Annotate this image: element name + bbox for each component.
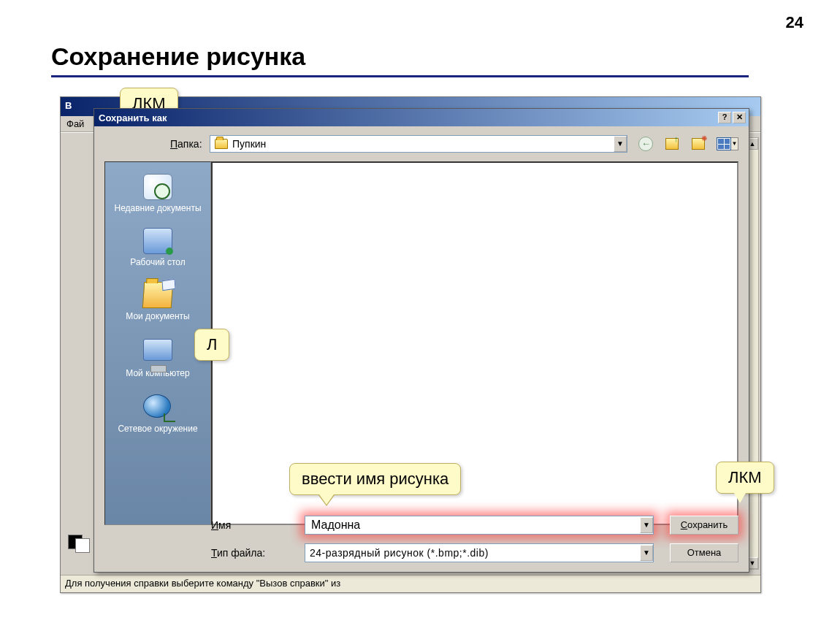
save-as-dialog: Сохранить как ? ✕ Папка: Пупкин ▼ ▼ xyxy=(93,108,749,573)
save-btn-u: С xyxy=(681,519,687,530)
folder-label-rest: апка: xyxy=(177,138,202,150)
page-title: Сохранение рисунка xyxy=(51,42,305,71)
callout-lkm: ЛКМ xyxy=(716,462,774,494)
place-mydocs[interactable]: Мои документы xyxy=(105,278,210,332)
place-recent[interactable]: Недавние документы xyxy=(105,169,210,223)
type-label-u: Т xyxy=(211,547,217,559)
place-desktop[interactable]: Рабочий стол xyxy=(105,223,210,278)
name-label-rest: мя xyxy=(218,519,231,531)
paint-title: В xyxy=(65,100,72,111)
help-button[interactable]: ? xyxy=(718,112,731,123)
callout-left: Л xyxy=(194,329,229,361)
back-arrow-icon xyxy=(638,137,653,151)
save-btn-rest: охранить xyxy=(687,519,728,530)
up-folder-icon xyxy=(665,138,679,150)
filename-input-wrap[interactable] xyxy=(305,518,640,532)
saveas-toolbar: ▼ xyxy=(638,136,738,152)
filetype-dropdown-icon[interactable]: ▼ xyxy=(640,545,653,561)
place-desktop-label: Рабочий стол xyxy=(130,257,185,267)
new-folder-icon xyxy=(692,138,705,150)
place-mydocs-label: Мои документы xyxy=(126,311,189,321)
desktop-icon xyxy=(143,228,172,254)
recent-docs-icon xyxy=(143,174,172,200)
place-recent-label: Недавние документы xyxy=(114,203,201,213)
filetype-value: 24-разрядный рисунок (*.bmp;*.dib) xyxy=(305,547,640,559)
view-chevron-down-icon[interactable]: ▼ xyxy=(731,137,738,150)
paint-color-indicator xyxy=(65,532,94,552)
filetype-combo[interactable]: 24-разрядный рисунок (*.bmp;*.dib) ▼ xyxy=(305,543,654,562)
up-folder-button[interactable] xyxy=(664,136,680,152)
saveas-titlebar[interactable]: Сохранить как ? ✕ xyxy=(94,109,749,126)
cancel-button[interactable]: Отмена xyxy=(670,543,738,562)
filename-row: Имя ▼ Сохранить xyxy=(211,513,738,537)
type-label-rest: ип файла: xyxy=(217,547,265,559)
view-menu-button[interactable]: ▼ xyxy=(717,136,738,152)
paint-statusbar: Для получения справки выберите команду "… xyxy=(61,575,760,592)
place-network[interactable]: Сетевое окружение xyxy=(105,389,210,444)
saveas-fields: Имя ▼ Сохранить Тип файла: 24-разрядный xyxy=(211,509,738,565)
folder-select[interactable]: Пупкин ▼ xyxy=(210,135,627,153)
saveas-title: Сохранить как xyxy=(97,112,717,123)
folder-label: Папка: xyxy=(104,138,199,150)
save-button[interactable]: Сохранить xyxy=(670,516,738,535)
view-grid-icon xyxy=(717,137,731,150)
folder-label-u: П xyxy=(170,138,177,150)
back-button[interactable] xyxy=(638,136,654,152)
folder-icon xyxy=(215,139,228,149)
title-underline xyxy=(51,75,749,77)
folder-value: Пупкин xyxy=(232,138,614,150)
network-icon xyxy=(143,394,172,421)
computer-icon xyxy=(143,339,172,365)
filetype-row: Тип файла: 24-разрядный рисунок (*.bmp;*… xyxy=(211,541,738,565)
color-background-icon[interactable] xyxy=(75,538,90,553)
close-button[interactable]: ✕ xyxy=(733,112,746,123)
filename-combo[interactable]: ▼ xyxy=(305,516,654,535)
filename-label: Имя xyxy=(211,519,305,531)
mydocs-icon xyxy=(142,282,174,308)
filetype-label: Тип файла: xyxy=(211,547,305,559)
chevron-down-icon[interactable]: ▼ xyxy=(614,136,627,152)
place-network-label: Сетевое окружение xyxy=(118,424,197,434)
filename-input[interactable] xyxy=(310,518,635,532)
folder-row: Папка: Пупкин ▼ ▼ xyxy=(104,134,738,154)
filename-dropdown-icon[interactable]: ▼ xyxy=(640,517,653,533)
new-folder-button[interactable] xyxy=(690,136,706,152)
name-label-u: И xyxy=(211,519,218,531)
callout-filename: ввести имя рисунка xyxy=(289,463,461,495)
paint-menu-file[interactable]: Фай xyxy=(66,118,84,129)
page-number: 24 xyxy=(786,13,803,32)
